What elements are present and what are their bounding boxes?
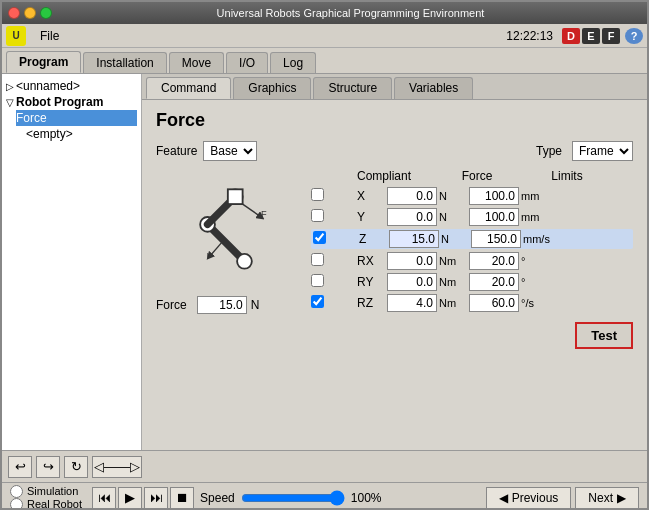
limit-z-input[interactable] [471, 230, 521, 248]
checkbox-rz[interactable] [311, 295, 324, 308]
redo-button[interactable]: ↪ [36, 456, 60, 478]
real-robot-radio[interactable] [10, 498, 23, 511]
real-robot-option[interactable]: Real Robot [10, 498, 82, 511]
undo-button[interactable]: ↩ [8, 456, 32, 478]
next-arrow-icon: ▶ [617, 491, 626, 505]
limit-unit-y: mm [521, 211, 556, 223]
move-button[interactable]: ◁——▷ [92, 456, 142, 478]
axis-ry: RY [357, 275, 387, 289]
sidebar-item-force[interactable]: Force [16, 110, 137, 126]
playback-controls: ⏮ ▶ ⏭ ⏹ [92, 487, 194, 509]
unit-y: N [439, 211, 469, 223]
checkbox-y-cell [311, 209, 357, 225]
header-limits: Limits [527, 169, 607, 183]
content-area: Force Feature Base Type Frame [142, 100, 647, 450]
help-icon[interactable]: ? [625, 28, 643, 44]
skip-back-button[interactable]: ⏮ [92, 487, 116, 509]
app-logo: U [6, 26, 26, 46]
force-display-row: Force N [156, 296, 311, 314]
header-force: Force [437, 169, 517, 183]
subtab-command[interactable]: Command [146, 77, 231, 99]
play-button[interactable]: ▶ [118, 487, 142, 509]
force-unit: N [251, 298, 260, 312]
checkbox-z[interactable] [313, 231, 326, 244]
svg-line-6 [243, 204, 261, 217]
tab-installation[interactable]: Installation [83, 52, 166, 73]
tab-log[interactable]: Log [270, 52, 316, 73]
subtab-graphics[interactable]: Graphics [233, 77, 311, 99]
checkbox-x-cell [311, 188, 357, 204]
maximize-button[interactable] [40, 7, 52, 19]
axis-x: X [357, 189, 387, 203]
tab-move[interactable]: Move [169, 52, 224, 73]
speed-slider[interactable] [241, 490, 345, 506]
sidebar-item-unnamed[interactable]: ▷ <unnamed> [6, 78, 137, 94]
checkbox-rx[interactable] [311, 253, 324, 266]
simulation-label: Simulation [27, 485, 78, 497]
close-button[interactable] [8, 7, 20, 19]
type-dropdown[interactable]: Frame [572, 141, 633, 161]
window-controls[interactable] [8, 7, 52, 19]
top-tabs: Program Installation Move I/O Log [2, 48, 647, 74]
arm-svg: F I [156, 169, 296, 289]
arm-diagram: F I [156, 169, 311, 349]
force-y-input[interactable] [387, 208, 437, 226]
feature-dropdown[interactable]: Base [203, 141, 257, 161]
limit-ry-input[interactable] [469, 273, 519, 291]
checkbox-y[interactable] [311, 209, 324, 222]
svg-text:I: I [207, 251, 210, 261]
force-z-input[interactable] [389, 230, 439, 248]
force-ry-input[interactable] [387, 273, 437, 291]
force-x-input[interactable] [387, 187, 437, 205]
limit-rz-input[interactable] [469, 294, 519, 312]
simulation-option[interactable]: Simulation [10, 485, 82, 498]
next-button[interactable]: Next ▶ [575, 487, 639, 509]
sidebar: ▷ <unnamed> ▽ Robot Program Force <empty… [2, 74, 142, 450]
sidebar-item-label: <empty> [26, 127, 73, 141]
force-rx-input[interactable] [387, 252, 437, 270]
force-rz-input[interactable] [387, 294, 437, 312]
limit-unit-rx: ° [521, 255, 556, 267]
prev-arrow-icon: ◀ [499, 491, 508, 505]
axis-y: Y [357, 210, 387, 224]
sidebar-item-empty[interactable]: <empty> [26, 126, 137, 142]
table-row: Y N mm [311, 208, 633, 226]
simulation-radio[interactable] [10, 485, 23, 498]
tree-arrow-down: ▽ [6, 97, 14, 108]
sidebar-item-label-bold: Robot Program [16, 95, 103, 109]
reset-button[interactable]: ↻ [64, 456, 88, 478]
minimize-button[interactable] [24, 7, 36, 19]
subtab-variables[interactable]: Variables [394, 77, 473, 99]
stop-button[interactable]: ⏹ [170, 487, 194, 509]
checkbox-rx-cell [311, 253, 357, 269]
unit-ry: Nm [439, 276, 469, 288]
test-button[interactable]: Test [575, 322, 633, 349]
force-value-input[interactable] [197, 296, 247, 314]
tab-program[interactable]: Program [6, 51, 81, 73]
unit-x: N [439, 190, 469, 202]
page-title: Force [156, 110, 633, 131]
feature-label: Feature [156, 144, 197, 158]
svg-rect-5 [228, 189, 243, 204]
limit-x-input[interactable] [469, 187, 519, 205]
axis-z: Z [359, 232, 389, 246]
sidebar-item-label: Force [16, 111, 47, 125]
checkbox-rz-cell [311, 295, 357, 311]
limit-y-input[interactable] [469, 208, 519, 226]
previous-button[interactable]: ◀ Previous [486, 487, 572, 509]
titlebar: Universal Robots Graphical Programming E… [2, 2, 647, 24]
checkbox-ry[interactable] [311, 274, 324, 287]
checkbox-ry-cell [311, 274, 357, 290]
sidebar-item-robot-program[interactable]: ▽ Robot Program [6, 94, 137, 110]
subtab-structure[interactable]: Structure [313, 77, 392, 99]
badge-e: E [582, 28, 600, 44]
limit-unit-x: mm [521, 190, 556, 202]
window-title: Universal Robots Graphical Programming E… [60, 7, 641, 19]
next-label: Next [588, 491, 613, 505]
menu-file[interactable]: File [32, 27, 67, 45]
limit-rx-input[interactable] [469, 252, 519, 270]
tab-io[interactable]: I/O [226, 52, 268, 73]
checkbox-x[interactable] [311, 188, 324, 201]
skip-forward-button[interactable]: ⏭ [144, 487, 168, 509]
svg-text:F: F [261, 209, 267, 219]
